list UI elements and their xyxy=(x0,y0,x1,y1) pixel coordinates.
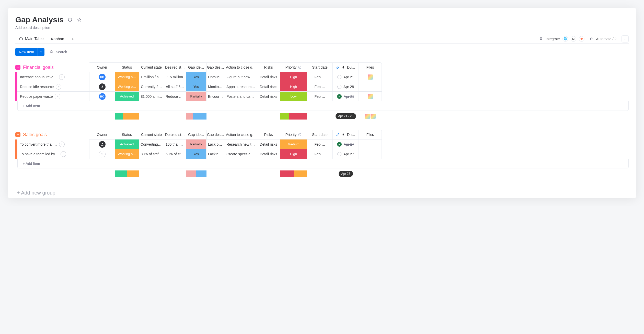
group-title[interactable]: Financial goals xyxy=(23,65,54,70)
cell-action[interactable]: Posters and cam… xyxy=(225,92,257,101)
col-status[interactable]: Status xyxy=(115,62,139,72)
cell-gap-identified[interactable]: Partially xyxy=(186,92,206,101)
group-title[interactable]: Sales goals xyxy=(23,132,47,137)
cell-desired-state[interactable]: 100 trial u… xyxy=(164,139,186,149)
file-thumbnail[interactable] xyxy=(368,74,373,80)
table-row[interactable]: Increase annual reve… HC Working o… 1 mi… xyxy=(15,72,629,82)
tab-kanban[interactable]: Kanban xyxy=(47,35,68,43)
cell-action[interactable]: Figure out how to… xyxy=(225,72,257,82)
cell-current-state[interactable]: 1 million / a… xyxy=(139,72,164,82)
col-current[interactable]: Current state xyxy=(139,62,164,72)
open-conversation-icon[interactable] xyxy=(59,142,65,147)
col-gap-identified[interactable]: Gap ide… xyxy=(186,130,206,139)
col-start-date[interactable]: Start date xyxy=(307,62,333,72)
collapse-button[interactable] xyxy=(622,35,629,42)
table-row[interactable]: To have a team led by… Working o… 80% of… xyxy=(15,149,629,159)
new-item-dropdown[interactable] xyxy=(38,48,44,56)
cell-risks[interactable]: Detail risks xyxy=(257,72,280,82)
cell-start-date[interactable]: Feb … xyxy=(307,82,333,92)
file-thumbnail[interactable] xyxy=(368,94,373,99)
open-conversation-icon[interactable] xyxy=(59,74,65,80)
cell-current-state[interactable]: Currently 2… xyxy=(139,82,164,92)
open-conversation-icon[interactable] xyxy=(56,84,61,90)
cell-due-date[interactable]: Apr 28 xyxy=(333,82,359,92)
cell-due-date[interactable]: Apr 27 xyxy=(333,149,359,159)
col-start-date[interactable]: Start date xyxy=(307,130,333,139)
cell-files[interactable] xyxy=(359,139,382,149)
cell-desired-state[interactable]: Reduce w… xyxy=(164,92,186,101)
board-description[interactable]: Add board description xyxy=(15,26,629,30)
item-name-cell[interactable]: Reduce paper waste xyxy=(17,92,89,101)
col-priority[interactable]: Priority xyxy=(280,130,307,139)
col-status[interactable]: Status xyxy=(115,130,139,139)
owner-avatar-empty[interactable] xyxy=(99,151,106,157)
group-collapse-toggle[interactable] xyxy=(15,132,20,137)
add-item-button[interactable]: + Add Item xyxy=(17,159,629,168)
table-row[interactable]: Reduce idle resource Working o… Currentl… xyxy=(15,82,629,92)
owner-avatar[interactable]: HC xyxy=(99,93,106,100)
col-desired[interactable]: Desired st… xyxy=(164,130,186,139)
cell-gap-description[interactable]: Untouc… xyxy=(206,72,225,82)
cell-action[interactable]: Create specs and… xyxy=(225,149,257,159)
cell-due-date[interactable]: Apr 21 xyxy=(333,72,359,82)
col-risks[interactable]: Risks xyxy=(257,62,280,72)
cell-gap-identified[interactable]: Yes xyxy=(186,72,206,82)
cell-desired-state[interactable]: 50% of sta… xyxy=(164,149,186,159)
col-gap-description[interactable]: Gap des… xyxy=(206,130,225,139)
cell-owner[interactable]: HC xyxy=(89,72,115,82)
cell-gap-identified[interactable]: Partially xyxy=(186,139,206,149)
cell-owner[interactable] xyxy=(89,139,115,149)
star-icon[interactable] xyxy=(76,17,82,23)
item-name-cell[interactable]: To convert more trial … xyxy=(17,139,89,149)
cell-desired-state[interactable]: 1.5 million xyxy=(164,72,186,82)
cell-priority[interactable]: High xyxy=(280,72,307,82)
col-due-date[interactable]: Du… xyxy=(333,62,359,72)
cell-status[interactable]: Achieved xyxy=(115,139,139,149)
cell-risks[interactable]: Detail risks xyxy=(257,149,280,159)
cell-files[interactable] xyxy=(359,72,382,82)
cell-risks[interactable]: Detail risks xyxy=(257,92,280,101)
item-name-cell[interactable]: Reduce idle resource xyxy=(17,82,89,92)
cell-due-date[interactable]: Apr 27 xyxy=(333,139,359,149)
cell-due-date[interactable]: Apr 21 xyxy=(333,92,359,101)
col-current[interactable]: Current state xyxy=(139,130,164,139)
cell-gap-description[interactable]: Lacking… xyxy=(206,149,225,159)
cell-priority[interactable]: Medium xyxy=(280,139,307,149)
cell-gap-description[interactable]: Encoura… xyxy=(206,92,225,101)
cell-status[interactable]: Achieved xyxy=(115,92,139,101)
col-desired[interactable]: Desired st… xyxy=(164,62,186,72)
add-item-button[interactable]: + Add Item xyxy=(17,101,629,111)
add-view-button[interactable]: + xyxy=(68,35,77,43)
open-conversation-icon[interactable] xyxy=(61,151,66,157)
cell-gap-identified[interactable]: Yes xyxy=(186,149,206,159)
cell-gap-identified[interactable]: Yes xyxy=(186,82,206,92)
cell-risks[interactable]: Detail risks xyxy=(257,82,280,92)
owner-avatar[interactable] xyxy=(99,83,106,90)
group-collapse-toggle[interactable] xyxy=(15,65,20,70)
tab-main-table[interactable]: Main Table xyxy=(15,34,47,43)
table-row[interactable]: To convert more trial … Achieved Convert… xyxy=(15,139,629,149)
col-action[interactable]: Action to close g… xyxy=(225,62,257,72)
cell-files[interactable] xyxy=(359,92,382,101)
col-files[interactable]: Files xyxy=(359,130,382,139)
cell-current-state[interactable]: 80% of staf… xyxy=(139,149,164,159)
cell-priority[interactable]: High xyxy=(280,82,307,92)
col-files[interactable]: Files xyxy=(359,62,382,72)
table-row[interactable]: Reduce paper waste HC Achieved $1,000 a … xyxy=(15,92,629,101)
search-button[interactable]: Search xyxy=(50,50,67,54)
owner-avatar[interactable]: HC xyxy=(99,74,106,80)
col-due-date[interactable]: Du… xyxy=(333,130,359,139)
col-owner[interactable]: Owner xyxy=(89,62,115,72)
cell-action[interactable]: Appoint resource … xyxy=(225,82,257,92)
cell-action[interactable]: Research new to… xyxy=(225,139,257,149)
cell-priority[interactable]: Low xyxy=(280,92,307,101)
cell-status[interactable]: Working o… xyxy=(115,82,139,92)
col-action[interactable]: Action to close g… xyxy=(225,130,257,139)
col-risks[interactable]: Risks xyxy=(257,130,280,139)
cell-start-date[interactable]: Feb … xyxy=(307,92,333,101)
integrate-button[interactable]: Integrate 🌐 M ⬣ xyxy=(539,36,584,42)
item-name-cell[interactable]: Increase annual reve… xyxy=(17,72,89,82)
col-gap-description[interactable]: Gap des… xyxy=(206,62,225,72)
cell-status[interactable]: Working o… xyxy=(115,72,139,82)
cell-desired-state[interactable]: All staff 6… xyxy=(164,82,186,92)
